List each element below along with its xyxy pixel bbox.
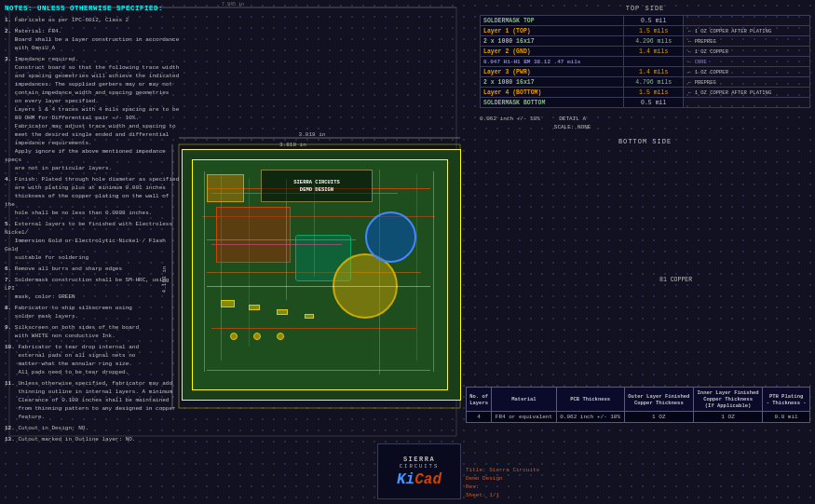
cad-text: Cad bbox=[414, 471, 441, 488]
layer-note-prepreg-1: ← PREPREG bbox=[684, 36, 810, 47]
layer-name-4: Layer 4 (BOTTOM) bbox=[481, 88, 624, 98]
layer-1-top: Layer 1 (TOP) 1.5 mils ← 1 OZ COPPER AFT… bbox=[481, 26, 810, 36]
total-thickness-label: 0.062 inch +/- 10% bbox=[480, 116, 540, 122]
dim-width: 3.818 in bbox=[279, 142, 306, 148]
layer-soldermask-bottom: SOLDERMASK BOTTOM 0.5 mil bbox=[481, 98, 810, 108]
layer-name-soldermask-bot: SOLDERMASK BOTTOM bbox=[481, 98, 624, 108]
detail-row: 0.062 inch +/- 10% DETAIL A SCALE: NONE bbox=[480, 116, 810, 130]
note-12: 12. Cutout in Design: NO. bbox=[5, 424, 182, 432]
layer-name-soldermask-top: SOLDERMASK TOP bbox=[481, 16, 624, 26]
col-pth: PTH Plating- Thickness - bbox=[763, 388, 810, 412]
col-thickness: PCB Thickness bbox=[556, 388, 624, 412]
scale-text: SCALE: NONE bbox=[554, 124, 591, 130]
layer-name-prepreg-1: 2 x 1080 16x17 bbox=[481, 36, 624, 47]
note-7: 7. Soldermask construction shall be SM-H… bbox=[5, 276, 182, 301]
stackup-table: SOLDERMASK TOP 0.5 mil Layer 1 (TOP) 1.5… bbox=[480, 15, 810, 108]
layer-name-1: Layer 1 (TOP) bbox=[481, 26, 624, 36]
notes-panel: NOTES: UNLESS OTHERWISE SPECIFIED: 1. Fa… bbox=[5, 5, 182, 410]
detail-a-text: DETAIL A bbox=[554, 116, 591, 122]
table-header-row: No. ofLayers Material PCB Thickness Oute… bbox=[467, 388, 810, 412]
note-3: 3. Impedance required. Construct board s… bbox=[5, 55, 182, 172]
info-text: Title: Sierra Circuits Demo Design Rev: … bbox=[466, 466, 601, 499]
cell-outer-copper: 1 OZ bbox=[624, 412, 693, 423]
info-line1: Title: Sierra Circuits bbox=[466, 466, 601, 474]
layer-note-4: ← 1 OZ COPPER AFTER PLATING bbox=[684, 88, 810, 98]
note-9: 9. Silkscreen on both sides of the board… bbox=[5, 323, 182, 340]
note-4: 4. Finish: Plated through hole diameter … bbox=[5, 175, 182, 217]
cell-pth: 0.8 mil bbox=[763, 412, 810, 423]
col-layers: No. ofLayers bbox=[467, 388, 492, 412]
layer-note-2: ← 1 OZ COPPER bbox=[684, 47, 810, 57]
right-stackup-panel: TOP SIDE SOLDERMASK TOP 0.5 mil Layer 1 … bbox=[480, 5, 810, 391]
detail-section: DETAIL A SCALE: NONE bbox=[554, 116, 591, 130]
note-11: 11. Unless otherwise specified, fabricat… bbox=[5, 379, 182, 421]
col-inner-copper: Inner Layer FinishedCopper Thickness(If … bbox=[693, 388, 762, 412]
table-data-row: 4 FR4 or equivalent 0.062 inch +/- 10% 1… bbox=[467, 412, 810, 423]
info-line3: Rev: bbox=[466, 483, 601, 491]
layer-note-3: ← 1 OZ COPPER bbox=[684, 67, 810, 77]
layer-prepreg-2: 2 x 1080 16x17 4.796 mils ← PREPREG bbox=[481, 77, 810, 88]
layer-thick-3: 1.4 mils bbox=[624, 67, 684, 77]
layer-note-core: ← CORE bbox=[684, 57, 810, 67]
col-material: Material bbox=[492, 388, 556, 412]
logo-sierra: SIERRA bbox=[397, 456, 441, 463]
cell-inner-copper: 1 OZ bbox=[693, 412, 762, 423]
layer-thick-2: 1.4 mils bbox=[624, 47, 684, 57]
top-side-label: TOP SIDE bbox=[480, 5, 810, 12]
layer-note-soldermask-bot bbox=[684, 98, 810, 108]
layer-thick-prepreg-1: 4.296 mils bbox=[624, 36, 684, 47]
pcb-company: SIERRA CIRCUITS bbox=[293, 179, 340, 186]
note-10: 10. Fabricator to tear drop internal and… bbox=[5, 343, 182, 376]
cell-material: FR4 or equivalent bbox=[492, 412, 556, 423]
col-outer-copper: Outer Layer FinishedCopper Thickness bbox=[624, 388, 693, 412]
layer-thick-4: 1.5 mils bbox=[624, 88, 684, 98]
layer-3-pwr: Layer 3 (PWR) 1.4 mils ← 1 OZ COPPER bbox=[481, 67, 810, 77]
note-8: 8. Fabricator to ship silkscreen using s… bbox=[5, 304, 182, 320]
detail-a-label: DETAIL A SCALE: NONE bbox=[554, 116, 591, 130]
note-13: 13. Cutout marked in Outline layer: NO. bbox=[5, 435, 182, 443]
note-2: 2. Material: FR4. Board shall be a layer… bbox=[5, 27, 182, 52]
notes-text: 1. Fabricate as per IPC-6012, Class 2 2.… bbox=[5, 16, 182, 443]
layer-thick-core bbox=[624, 57, 684, 67]
info-panel-bottom: Title: Sierra Circuits Demo Design Rev: … bbox=[466, 466, 601, 499]
layer-note-1: ← 1 OZ COPPER AFTER PLATING bbox=[684, 26, 810, 36]
layer-name-core: 0.047 H1-H1 BM 38.12 .47 mils bbox=[481, 57, 624, 67]
ki-text: Ki bbox=[397, 471, 414, 488]
logo-kicad: KiCad bbox=[397, 471, 441, 488]
layer-note-soldermask-top bbox=[684, 16, 810, 26]
pcb-title-block: SIERRA CIRCUITS DEMO DESIGN bbox=[261, 170, 373, 202]
layer-name-3: Layer 3 (PWR) bbox=[481, 67, 624, 77]
layer-note-prepreg-2: ← PREPREG bbox=[684, 77, 810, 88]
layer-thick-1: 1.5 mils bbox=[624, 26, 684, 36]
layer-4-bottom: Layer 4 (BOTTOM) 1.5 mils ← 1 OZ COPPER … bbox=[481, 88, 810, 98]
bottom-spec-table: No. ofLayers Material PCB Thickness Oute… bbox=[466, 387, 810, 423]
main-container: NOTES: UNLESS OTHERWISE SPECIFIED: 1. Fa… bbox=[0, 0, 815, 504]
sierra-logo-area: SIERRA CIRCUITS KiCad bbox=[377, 443, 461, 499]
note-6: 6. Remove all burrs and sharp edges bbox=[5, 265, 182, 273]
cell-thickness: 0.062 inch +/- 10% bbox=[556, 412, 624, 423]
total-thickness: 0.062 inch +/- 10% bbox=[480, 116, 540, 130]
layer-2-gnd: Layer 2 (GND) 1.4 mils ← 1 OZ COPPER bbox=[481, 47, 810, 57]
logo-circuits: CIRCUITS bbox=[397, 463, 441, 470]
layer-core: 0.047 H1-H1 BM 38.12 .47 mils ← CORE bbox=[481, 57, 810, 67]
info-line4: Sheet: 1/1 bbox=[466, 491, 601, 499]
layer-name-prepreg-2: 2 x 1080 16x17 bbox=[481, 77, 624, 88]
layer-prepreg-1: 2 x 1080 16x17 4.296 mils ← PREPREG bbox=[481, 36, 810, 47]
logo-content: SIERRA CIRCUITS KiCad bbox=[397, 456, 441, 488]
note-1: 1. Fabricate as per IPC-6012, Class 2 bbox=[5, 16, 182, 24]
info-line2: Demo Design bbox=[466, 474, 601, 483]
notes-title: NOTES: UNLESS OTHERWISE SPECIFIED: bbox=[5, 5, 182, 12]
layer-soldermask-top: SOLDERMASK TOP 0.5 mil bbox=[481, 16, 810, 26]
cell-layers: 4 bbox=[467, 412, 492, 423]
layer-thick-soldermask-bot: 0.5 mil bbox=[624, 98, 684, 108]
note-5: 5. External layers to be finished with E… bbox=[5, 220, 182, 262]
layer-thick-soldermask-top: 0.5 mil bbox=[624, 16, 684, 26]
pcb-design-name: DEMO DESIGN bbox=[300, 186, 333, 194]
layer-thick-prepreg-2: 4.796 mils bbox=[624, 77, 684, 88]
layer-name-2: Layer 2 (GND) bbox=[481, 47, 624, 57]
bottom-side-label: BOTTOM SIDE bbox=[480, 138, 810, 145]
